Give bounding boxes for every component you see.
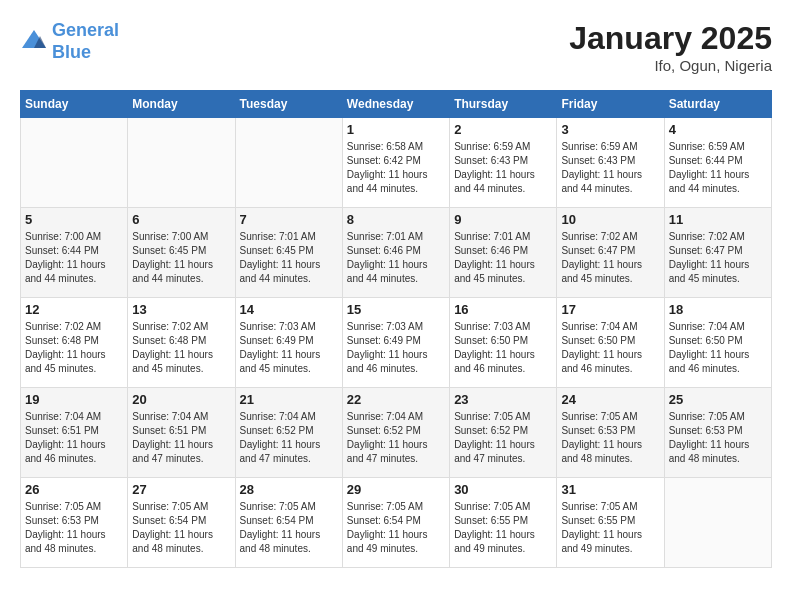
calendar-cell [235, 118, 342, 208]
day-number: 11 [669, 212, 767, 227]
day-number: 7 [240, 212, 338, 227]
calendar-cell [128, 118, 235, 208]
calendar-week-3: 12Sunrise: 7:02 AM Sunset: 6:48 PM Dayli… [21, 298, 772, 388]
day-info: Sunrise: 6:58 AM Sunset: 6:42 PM Dayligh… [347, 140, 445, 196]
day-info: Sunrise: 7:02 AM Sunset: 6:48 PM Dayligh… [132, 320, 230, 376]
calendar-cell: 4Sunrise: 6:59 AM Sunset: 6:44 PM Daylig… [664, 118, 771, 208]
header: General Blue January 2025 Ifo, Ogun, Nig… [20, 20, 772, 74]
day-info: Sunrise: 7:05 AM Sunset: 6:53 PM Dayligh… [561, 410, 659, 466]
day-number: 30 [454, 482, 552, 497]
day-info: Sunrise: 7:00 AM Sunset: 6:44 PM Dayligh… [25, 230, 123, 286]
logo-text: General Blue [52, 20, 119, 63]
calendar: Sunday Monday Tuesday Wednesday Thursday… [20, 90, 772, 568]
calendar-cell: 7Sunrise: 7:01 AM Sunset: 6:45 PM Daylig… [235, 208, 342, 298]
calendar-cell: 21Sunrise: 7:04 AM Sunset: 6:52 PM Dayli… [235, 388, 342, 478]
day-number: 29 [347, 482, 445, 497]
calendar-cell: 10Sunrise: 7:02 AM Sunset: 6:47 PM Dayli… [557, 208, 664, 298]
day-number: 9 [454, 212, 552, 227]
day-info: Sunrise: 7:05 AM Sunset: 6:54 PM Dayligh… [347, 500, 445, 556]
col-wednesday: Wednesday [342, 91, 449, 118]
day-number: 19 [25, 392, 123, 407]
day-info: Sunrise: 7:05 AM Sunset: 6:52 PM Dayligh… [454, 410, 552, 466]
calendar-cell: 23Sunrise: 7:05 AM Sunset: 6:52 PM Dayli… [450, 388, 557, 478]
calendar-cell: 2Sunrise: 6:59 AM Sunset: 6:43 PM Daylig… [450, 118, 557, 208]
col-thursday: Thursday [450, 91, 557, 118]
day-info: Sunrise: 7:01 AM Sunset: 6:45 PM Dayligh… [240, 230, 338, 286]
day-number: 12 [25, 302, 123, 317]
calendar-cell: 17Sunrise: 7:04 AM Sunset: 6:50 PM Dayli… [557, 298, 664, 388]
calendar-cell: 22Sunrise: 7:04 AM Sunset: 6:52 PM Dayli… [342, 388, 449, 478]
col-friday: Friday [557, 91, 664, 118]
calendar-cell: 13Sunrise: 7:02 AM Sunset: 6:48 PM Dayli… [128, 298, 235, 388]
calendar-cell: 5Sunrise: 7:00 AM Sunset: 6:44 PM Daylig… [21, 208, 128, 298]
calendar-cell: 29Sunrise: 7:05 AM Sunset: 6:54 PM Dayli… [342, 478, 449, 568]
calendar-week-4: 19Sunrise: 7:04 AM Sunset: 6:51 PM Dayli… [21, 388, 772, 478]
calendar-cell: 16Sunrise: 7:03 AM Sunset: 6:50 PM Dayli… [450, 298, 557, 388]
calendar-cell: 31Sunrise: 7:05 AM Sunset: 6:55 PM Dayli… [557, 478, 664, 568]
day-number: 18 [669, 302, 767, 317]
day-info: Sunrise: 7:00 AM Sunset: 6:45 PM Dayligh… [132, 230, 230, 286]
day-info: Sunrise: 7:04 AM Sunset: 6:50 PM Dayligh… [669, 320, 767, 376]
calendar-cell: 14Sunrise: 7:03 AM Sunset: 6:49 PM Dayli… [235, 298, 342, 388]
day-info: Sunrise: 7:04 AM Sunset: 6:50 PM Dayligh… [561, 320, 659, 376]
calendar-cell: 20Sunrise: 7:04 AM Sunset: 6:51 PM Dayli… [128, 388, 235, 478]
day-number: 31 [561, 482, 659, 497]
day-number: 28 [240, 482, 338, 497]
day-number: 5 [25, 212, 123, 227]
day-number: 16 [454, 302, 552, 317]
header-row: Sunday Monday Tuesday Wednesday Thursday… [21, 91, 772, 118]
calendar-cell: 19Sunrise: 7:04 AM Sunset: 6:51 PM Dayli… [21, 388, 128, 478]
day-number: 23 [454, 392, 552, 407]
day-info: Sunrise: 7:05 AM Sunset: 6:55 PM Dayligh… [454, 500, 552, 556]
calendar-cell: 24Sunrise: 7:05 AM Sunset: 6:53 PM Dayli… [557, 388, 664, 478]
calendar-cell: 12Sunrise: 7:02 AM Sunset: 6:48 PM Dayli… [21, 298, 128, 388]
day-number: 22 [347, 392, 445, 407]
col-saturday: Saturday [664, 91, 771, 118]
page: General Blue January 2025 Ifo, Ogun, Nig… [0, 0, 792, 588]
day-info: Sunrise: 6:59 AM Sunset: 6:44 PM Dayligh… [669, 140, 767, 196]
day-number: 15 [347, 302, 445, 317]
day-number: 27 [132, 482, 230, 497]
day-info: Sunrise: 7:02 AM Sunset: 6:47 PM Dayligh… [561, 230, 659, 286]
day-info: Sunrise: 7:04 AM Sunset: 6:52 PM Dayligh… [347, 410, 445, 466]
calendar-cell: 8Sunrise: 7:01 AM Sunset: 6:46 PM Daylig… [342, 208, 449, 298]
day-info: Sunrise: 7:05 AM Sunset: 6:55 PM Dayligh… [561, 500, 659, 556]
day-info: Sunrise: 7:02 AM Sunset: 6:47 PM Dayligh… [669, 230, 767, 286]
day-info: Sunrise: 7:05 AM Sunset: 6:53 PM Dayligh… [25, 500, 123, 556]
calendar-week-2: 5Sunrise: 7:00 AM Sunset: 6:44 PM Daylig… [21, 208, 772, 298]
logo-general: General [52, 20, 119, 40]
calendar-cell: 9Sunrise: 7:01 AM Sunset: 6:46 PM Daylig… [450, 208, 557, 298]
calendar-cell: 18Sunrise: 7:04 AM Sunset: 6:50 PM Dayli… [664, 298, 771, 388]
day-info: Sunrise: 7:03 AM Sunset: 6:49 PM Dayligh… [347, 320, 445, 376]
calendar-cell: 26Sunrise: 7:05 AM Sunset: 6:53 PM Dayli… [21, 478, 128, 568]
calendar-week-5: 26Sunrise: 7:05 AM Sunset: 6:53 PM Dayli… [21, 478, 772, 568]
location: Ifo, Ogun, Nigeria [569, 57, 772, 74]
calendar-cell: 3Sunrise: 6:59 AM Sunset: 6:43 PM Daylig… [557, 118, 664, 208]
day-number: 14 [240, 302, 338, 317]
calendar-header: Sunday Monday Tuesday Wednesday Thursday… [21, 91, 772, 118]
calendar-cell: 1Sunrise: 6:58 AM Sunset: 6:42 PM Daylig… [342, 118, 449, 208]
day-info: Sunrise: 7:01 AM Sunset: 6:46 PM Dayligh… [347, 230, 445, 286]
calendar-week-1: 1Sunrise: 6:58 AM Sunset: 6:42 PM Daylig… [21, 118, 772, 208]
calendar-cell: 27Sunrise: 7:05 AM Sunset: 6:54 PM Dayli… [128, 478, 235, 568]
day-info: Sunrise: 6:59 AM Sunset: 6:43 PM Dayligh… [561, 140, 659, 196]
calendar-cell: 15Sunrise: 7:03 AM Sunset: 6:49 PM Dayli… [342, 298, 449, 388]
day-info: Sunrise: 7:05 AM Sunset: 6:54 PM Dayligh… [132, 500, 230, 556]
day-number: 1 [347, 122, 445, 137]
calendar-cell [21, 118, 128, 208]
day-info: Sunrise: 7:03 AM Sunset: 6:49 PM Dayligh… [240, 320, 338, 376]
col-sunday: Sunday [21, 91, 128, 118]
day-number: 3 [561, 122, 659, 137]
calendar-cell: 28Sunrise: 7:05 AM Sunset: 6:54 PM Dayli… [235, 478, 342, 568]
day-info: Sunrise: 7:05 AM Sunset: 6:53 PM Dayligh… [669, 410, 767, 466]
calendar-body: 1Sunrise: 6:58 AM Sunset: 6:42 PM Daylig… [21, 118, 772, 568]
day-number: 2 [454, 122, 552, 137]
logo-icon [20, 28, 48, 56]
day-number: 6 [132, 212, 230, 227]
day-number: 13 [132, 302, 230, 317]
day-number: 20 [132, 392, 230, 407]
day-info: Sunrise: 7:04 AM Sunset: 6:51 PM Dayligh… [132, 410, 230, 466]
col-tuesday: Tuesday [235, 91, 342, 118]
calendar-cell: 11Sunrise: 7:02 AM Sunset: 6:47 PM Dayli… [664, 208, 771, 298]
title-block: January 2025 Ifo, Ogun, Nigeria [569, 20, 772, 74]
